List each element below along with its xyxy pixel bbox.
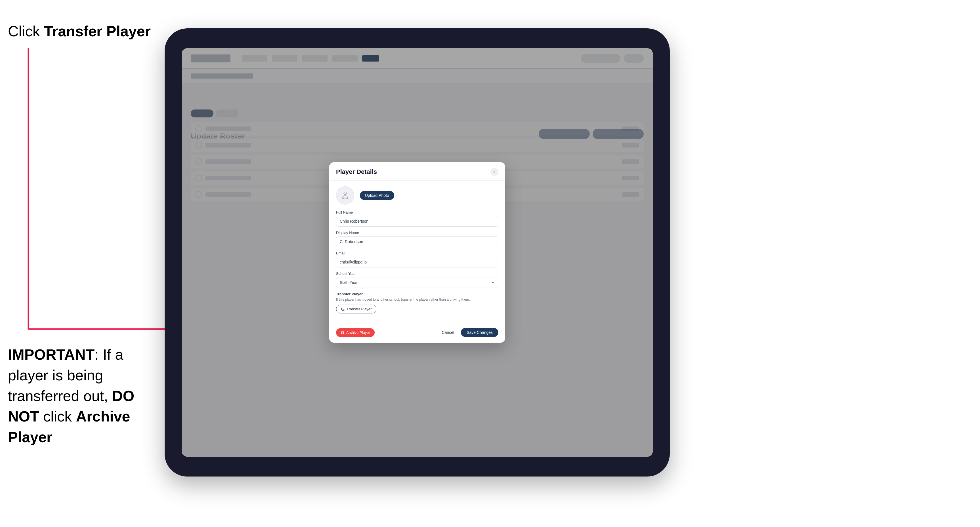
cancel-button[interactable]: Cancel	[438, 328, 459, 337]
school-year-group: School Year Sixth Year	[336, 271, 498, 288]
full-name-label: Full Name	[336, 210, 498, 214]
photo-placeholder	[336, 186, 354, 205]
archive-player-label: Archive Player	[346, 330, 370, 335]
transfer-section-title: Transfer Player	[336, 292, 498, 296]
player-details-modal: Player Details × Upload Photo	[329, 162, 505, 343]
display-name-input[interactable]	[336, 236, 498, 247]
modal-body: Upload Photo Full Name Display Name	[329, 181, 505, 324]
email-label: Email	[336, 251, 498, 255]
modal-overlay: Player Details × Upload Photo	[181, 48, 653, 457]
full-name-group: Full Name	[336, 210, 498, 227]
footer-right-actions: Cancel Save Changes	[438, 328, 498, 337]
tablet-device: Update Roster	[165, 29, 670, 476]
modal-header: Player Details ×	[329, 162, 505, 181]
photo-upload-row: Upload Photo	[336, 186, 498, 205]
person-icon	[341, 191, 349, 200]
tablet-screen: Update Roster	[181, 48, 653, 457]
display-name-label: Display Name	[336, 230, 498, 235]
display-name-group: Display Name	[336, 230, 498, 247]
archive-player-button[interactable]: Archive Player	[336, 328, 375, 337]
important-label: IMPORTANT	[8, 346, 94, 363]
instruction-prefix: Click	[8, 23, 44, 40]
modal-close-button[interactable]: ×	[490, 168, 498, 176]
transfer-player-button[interactable]: Transfer Player	[336, 305, 376, 313]
transfer-player-section: Transfer Player If this player has moved…	[336, 292, 498, 314]
transfer-section-description: If this player has moved to another scho…	[336, 297, 498, 302]
modal-title: Player Details	[336, 168, 377, 176]
school-year-select[interactable]: Sixth Year	[336, 277, 498, 288]
transfer-player-label: Transfer Player	[347, 307, 372, 311]
email-input[interactable]	[336, 257, 498, 267]
save-changes-button[interactable]: Save Changes	[461, 328, 498, 337]
full-name-input[interactable]	[336, 216, 498, 227]
bottom-instruction: IMPORTANT: If a player is being transfer…	[8, 344, 156, 448]
email-group: Email	[336, 251, 498, 267]
upload-photo-button[interactable]: Upload Photo	[360, 191, 394, 200]
modal-footer: Archive Player Cancel Save Changes	[329, 324, 505, 343]
top-instruction: Click Transfer Player	[8, 23, 151, 40]
refresh-icon	[341, 307, 345, 311]
instruction-click: click	[39, 408, 76, 425]
archive-icon	[340, 330, 345, 334]
school-year-label: School Year	[336, 271, 498, 276]
close-icon: ×	[493, 170, 496, 174]
instruction-bold: Transfer Player	[44, 23, 151, 40]
